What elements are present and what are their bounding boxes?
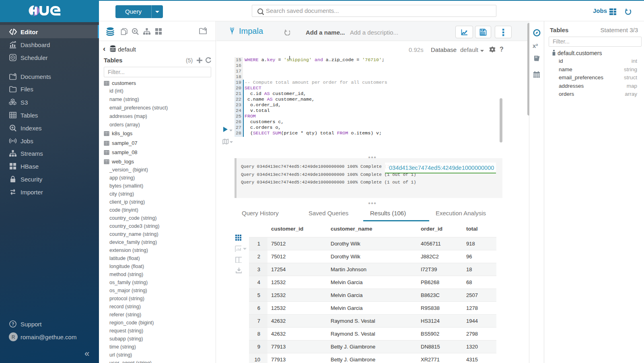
svg-text:R: R bbox=[12, 334, 15, 340]
svg-text:?: ? bbox=[12, 322, 14, 326]
